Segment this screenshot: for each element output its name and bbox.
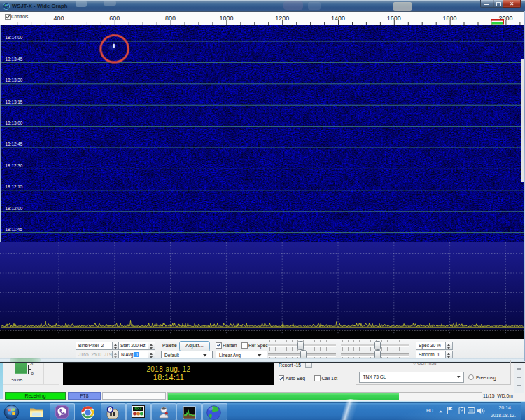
svg-text:1800: 1800 — [443, 15, 457, 22]
svg-text:18:11:45: 18:11:45 — [6, 226, 23, 231]
svg-text:800: 800 — [165, 15, 176, 22]
svg-text:18:13:00: 18:13:00 — [6, 120, 23, 125]
svg-text:18:12:15: 18:12:15 — [6, 184, 23, 189]
svg-text:18:12:30: 18:12:30 — [6, 162, 23, 167]
svg-text:1400: 1400 — [331, 15, 345, 22]
svg-text:18:12:00: 18:12:00 — [6, 205, 23, 210]
svg-text:400: 400 — [53, 15, 64, 22]
svg-text:MXX: MXX — [135, 407, 143, 412]
svg-text:18:13:15: 18:13:15 — [6, 99, 23, 104]
svg-text:18:14:00: 18:14:00 — [6, 35, 23, 40]
svg-text:18:12:45: 18:12:45 — [6, 141, 23, 146]
svg-text:1200: 1200 — [275, 15, 289, 22]
svg-text:18:13:45: 18:13:45 — [6, 56, 23, 61]
svg-text:1600: 1600 — [387, 15, 401, 22]
svg-text:600: 600 — [109, 15, 120, 22]
svg-text:18:13:30: 18:13:30 — [6, 78, 23, 83]
svg-text:1000: 1000 — [219, 15, 233, 22]
